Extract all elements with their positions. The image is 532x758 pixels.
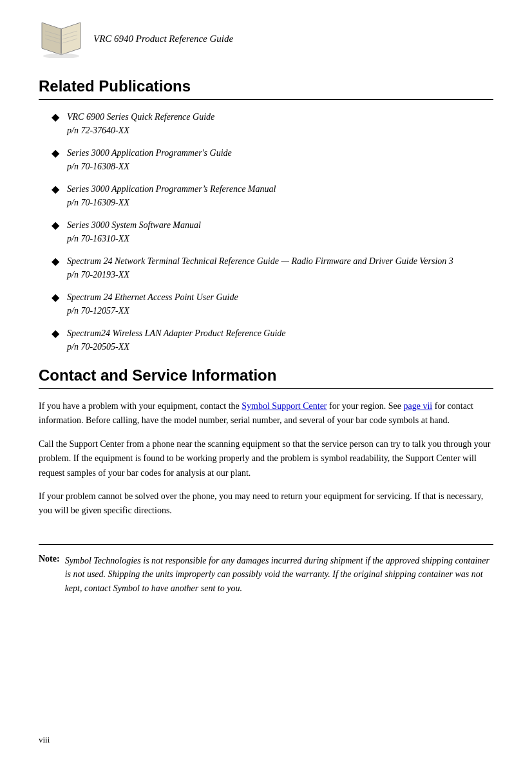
contact-paragraph-1: If you have a problem with your equipmen… <box>39 399 493 428</box>
publication-text: Series 3000 Application Programmer's Gui… <box>67 146 232 173</box>
contact-service-divider <box>39 388 493 389</box>
publication-text: Spectrum24 Wireless LAN Adapter Product … <box>67 327 286 354</box>
publication-text: VRC 6900 Series Quick Reference Guide p/… <box>67 110 214 137</box>
contact-service-section: Contact and Service Information If you h… <box>39 366 493 518</box>
bullet-icon: ◆ <box>52 147 59 159</box>
note-text: Symbol Technologies is not responsible f… <box>65 554 493 596</box>
bullet-icon: ◆ <box>52 327 59 339</box>
related-publications-divider <box>39 99 493 100</box>
page: VRC 6940 Product Reference Guide Related… <box>0 0 532 758</box>
contact-service-heading: Contact and Service Information <box>39 366 493 384</box>
page-vii-link[interactable]: page vii <box>404 401 433 411</box>
bullet-icon: ◆ <box>52 111 59 123</box>
note-box: Note: Symbol Technologies is not respons… <box>39 544 493 596</box>
bullet-icon: ◆ <box>52 183 59 195</box>
related-publications-section: Related Publications ◆ VRC 6900 Series Q… <box>39 77 493 354</box>
list-item: ◆ Series 3000 Application Programmer’s R… <box>52 182 493 209</box>
list-item: ◆ Series 3000 System Software Manual p/n… <box>52 218 493 245</box>
contact-paragraph-2: Call the Support Center from a phone nea… <box>39 437 493 480</box>
publication-text: Spectrum 24 Ethernet Access Point User G… <box>67 290 238 317</box>
bullet-icon: ◆ <box>52 255 59 267</box>
bullet-icon: ◆ <box>52 291 59 303</box>
book-icon <box>39 19 84 58</box>
page-number: viii <box>39 735 50 745</box>
list-item: ◆ Series 3000 Application Programmer's G… <box>52 146 493 173</box>
publication-text: Spectrum 24 Network Terminal Technical R… <box>67 254 453 281</box>
contact-paragraph-3: If your problem cannot be solved over th… <box>39 489 493 518</box>
related-publications-heading: Related Publications <box>39 77 493 95</box>
header: VRC 6940 Product Reference Guide <box>39 19 493 58</box>
publication-text: Series 3000 System Software Manual p/n 7… <box>67 218 201 245</box>
publication-text: Series 3000 Application Programmer’s Ref… <box>67 182 276 209</box>
list-item: ◆ VRC 6900 Series Quick Reference Guide … <box>52 110 493 137</box>
list-item: ◆ Spectrum 24 Network Terminal Technical… <box>52 254 493 281</box>
list-item: ◆ Spectrum 24 Ethernet Access Point User… <box>52 290 493 317</box>
list-item: ◆ Spectrum24 Wireless LAN Adapter Produc… <box>52 327 493 354</box>
svg-point-9 <box>43 53 79 58</box>
symbol-support-center-link[interactable]: Symbol Support Center <box>242 401 327 411</box>
publications-list: ◆ VRC 6900 Series Quick Reference Guide … <box>52 110 493 354</box>
note-label: Note: <box>39 554 60 564</box>
bullet-icon: ◆ <box>52 219 59 231</box>
header-title: VRC 6940 Product Reference Guide <box>93 33 233 44</box>
